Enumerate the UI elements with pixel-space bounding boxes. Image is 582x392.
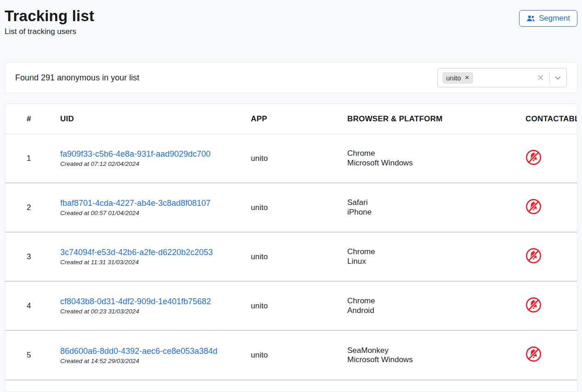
uid-link[interactable]: fbaf8701-4cda-4227-ab4e-3c8ad8f08107 <box>60 199 210 208</box>
tag-remove-icon[interactable]: ✕ <box>465 75 469 80</box>
clear-selection-icon[interactable]: ✕ <box>536 73 545 82</box>
table-row: 4 cf8043b8-0d31-4df2-909d-1e401fb75682 C… <box>5 281 577 330</box>
bell-slash-icon <box>525 297 542 313</box>
table-body: 1 fa909f33-c5b6-4e8a-931f-aad9029dc700 C… <box>5 134 577 380</box>
table-row: 5 86d600a6-8dd0-4392-aec6-ce8e053a384d C… <box>5 330 577 380</box>
people-icon <box>526 15 535 22</box>
app-filter-select[interactable]: unito ✕ ✕ <box>437 68 567 87</box>
tracking-table: # UID APP BROWSER & PLATFORM CONTACTABLE… <box>5 104 577 380</box>
page-subtitle: List of tracking users <box>5 27 94 36</box>
created-at: Created at 07:12 02/04/2024 <box>60 160 251 167</box>
column-header-num: # <box>5 104 60 134</box>
row-number: 3 <box>5 232 60 281</box>
row-number: 4 <box>5 281 60 330</box>
column-header-browser-platform: BROWSER & PLATFORM <box>347 104 499 134</box>
browser-name: Safari <box>347 198 499 208</box>
page-title: Tracking list <box>5 6 94 25</box>
table-row: 2 fbaf8701-4cda-4227-ab4e-3c8ad8f08107 C… <box>5 183 577 232</box>
segment-button-label: Segment <box>539 14 570 23</box>
bell-slash-icon <box>525 248 542 264</box>
platform-name: iPhone <box>347 208 499 217</box>
browser-name: SeaMonkey <box>347 346 499 356</box>
created-at: Created at 00:23 31/03/2024 <box>60 308 251 315</box>
app-name: unito <box>251 183 347 232</box>
bell-slash-icon <box>525 346 542 362</box>
chevron-down-icon[interactable] <box>554 74 562 82</box>
browser-name: Chrome <box>347 149 499 159</box>
created-at: Created at 11:31 31/03/2024 <box>60 259 251 266</box>
table-header-row: # UID APP BROWSER & PLATFORM CONTACTABLE <box>5 104 577 134</box>
segment-button[interactable]: Segment <box>519 10 577 27</box>
created-at: Created at 00:57 01/04/2024 <box>60 210 251 216</box>
selected-app-tag: unito ✕ <box>442 72 473 84</box>
title-block: Tracking list List of tracking users <box>5 6 94 36</box>
row-number: 2 <box>5 183 60 232</box>
table-row: 3 3c74094f-e53d-42b6-a2fe-d6220b2c2053 C… <box>5 232 577 281</box>
platform-name: Linux <box>347 257 499 267</box>
column-header-app: APP <box>251 104 347 134</box>
selected-app-tag-label: unito <box>446 74 461 82</box>
browser-name: Chrome <box>347 296 499 306</box>
found-count-text: Found 291 anonymous in your list <box>15 73 139 83</box>
platform-name: Microsoft Windows <box>347 159 499 168</box>
platform-name: Android <box>347 306 499 316</box>
page-header: Tracking list List of tracking users Seg… <box>5 0 577 36</box>
bell-slash-icon <box>525 149 542 165</box>
select-controls: ✕ <box>536 72 562 84</box>
bell-slash-icon <box>525 199 542 215</box>
uid-link[interactable]: 86d600a6-8dd0-4392-aec6-ce8e053a384d <box>60 347 217 356</box>
row-number: 5 <box>5 330 60 380</box>
uid-link[interactable]: fa909f33-c5b6-4e8a-931f-aad9029dc700 <box>60 149 210 159</box>
select-divider <box>549 72 550 84</box>
created-at: Created at 14:52 29/03/2024 <box>60 358 251 364</box>
column-header-contactable: CONTACTABLE <box>499 104 577 134</box>
next-row-partial <box>5 380 577 392</box>
row-number: 1 <box>5 134 60 183</box>
column-header-uid: UID <box>60 104 251 134</box>
tracking-table-card: # UID APP BROWSER & PLATFORM CONTACTABLE… <box>5 103 577 392</box>
uid-link[interactable]: 3c74094f-e53d-42b6-a2fe-d6220b2c2053 <box>60 248 213 257</box>
platform-name: Microsoft Windows <box>347 355 499 365</box>
browser-name: Chrome <box>347 247 499 257</box>
filter-card: Found 291 anonymous in your list unito ✕… <box>5 62 577 93</box>
app-name: unito <box>251 134 347 183</box>
page: Tracking list List of tracking users Seg… <box>0 0 582 392</box>
table-row: 1 fa909f33-c5b6-4e8a-931f-aad9029dc700 C… <box>5 134 577 183</box>
uid-link[interactable]: cf8043b8-0d31-4df2-909d-1e401fb75682 <box>60 297 211 307</box>
app-name: unito <box>251 330 347 380</box>
app-name: unito <box>251 232 347 281</box>
app-name: unito <box>251 281 347 330</box>
